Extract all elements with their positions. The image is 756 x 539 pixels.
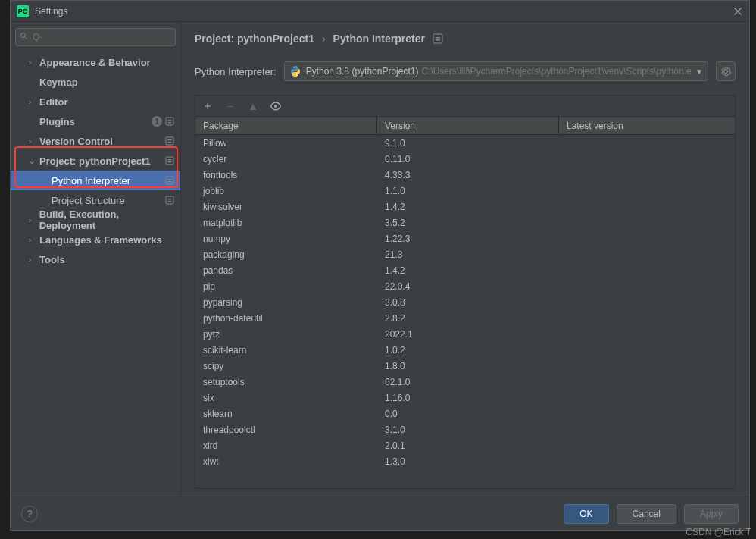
tree-item-project-pythonproject1[interactable]: ⌄Project: pythonProject1 (11, 151, 180, 171)
package-row[interactable]: Pillow9.1.0 (195, 135, 735, 151)
scope-icon (165, 156, 174, 165)
package-latest (559, 358, 735, 374)
package-row[interactable]: pip22.0.4 (195, 278, 735, 294)
tree-item-python-interpreter[interactable]: Python Interpreter (11, 171, 180, 190)
tree-item-plugins[interactable]: Plugins1 (11, 111, 180, 131)
package-version: 1.8.0 (377, 358, 559, 374)
tree-item-editor[interactable]: ›Editor (11, 92, 180, 111)
package-row[interactable]: packaging21.3 (195, 246, 735, 262)
ok-button[interactable]: OK (564, 504, 608, 524)
package-version: 1.1.0 (377, 183, 559, 199)
column-package[interactable]: Package (195, 117, 377, 134)
package-row[interactable]: pandas1.4.2 (195, 262, 735, 278)
tree-item-build-execution-deployment[interactable]: ›Build, Execution, Deployment (11, 210, 180, 230)
package-name: scipy (195, 358, 377, 374)
package-version: 1.4.2 (377, 199, 559, 215)
package-row[interactable]: cycler0.11.0 (195, 151, 735, 167)
add-package-button[interactable]: ＋ (201, 100, 214, 112)
svg-rect-3 (168, 122, 172, 123)
pycharm-app-icon: PC (17, 5, 29, 17)
package-version: 2022.1 (377, 326, 559, 342)
package-row[interactable]: six1.16.0 (195, 390, 735, 406)
titlebar: PC Settings (11, 1, 749, 22)
package-row[interactable]: setuptools62.1.0 (195, 374, 735, 390)
column-latest[interactable]: Latest version (559, 117, 735, 134)
package-latest (559, 183, 735, 199)
package-row[interactable]: matplotlib3.5.2 (195, 215, 735, 230)
apply-button[interactable]: Apply (684, 504, 739, 524)
package-name: threadpoolctl (195, 421, 377, 437)
tree-item-project-structure[interactable]: Project Structure (11, 190, 180, 210)
tree-item-label: Plugins (39, 116, 75, 127)
package-row[interactable]: threadpoolctl3.1.0 (195, 421, 735, 437)
package-name: pyparsing (195, 294, 377, 310)
tree-item-label: Tools (39, 254, 65, 265)
package-row[interactable]: xlrd2.0.1 (195, 437, 735, 453)
tree-item-keymap[interactable]: Keymap (11, 72, 180, 92)
interpreter-name: Python 3.8 (pythonProject1) (306, 66, 419, 77)
svg-rect-10 (166, 177, 173, 184)
svg-rect-16 (433, 34, 442, 43)
settings-tree: ›Appearance & BehaviorKeymap›EditorPlugi… (11, 51, 180, 497)
package-row[interactable]: pyparsing3.0.8 (195, 294, 735, 310)
package-version: 2.8.2 (377, 310, 559, 326)
package-name: scikit-learn (195, 342, 377, 358)
package-version: 1.0.2 (377, 342, 559, 358)
interpreter-settings-button[interactable] (716, 61, 736, 81)
svg-rect-13 (166, 196, 173, 204)
tree-item-languages-frameworks[interactable]: ›Languages & Frameworks (11, 230, 180, 249)
package-latest (559, 294, 735, 310)
remove-package-button[interactable]: − (224, 100, 236, 112)
chevron-right-icon: › (29, 137, 36, 146)
close-icon[interactable] (733, 6, 743, 17)
package-latest (559, 437, 735, 453)
upgrade-package-button[interactable]: ▲ (247, 100, 259, 112)
packages-header: Package Version Latest version (195, 117, 735, 135)
package-row[interactable]: joblib1.1.0 (195, 183, 735, 199)
tree-item-version-control[interactable]: ›Version Control (11, 131, 180, 151)
tree-item-label: Keymap (39, 77, 78, 88)
package-version: 4.33.3 (377, 167, 559, 183)
package-latest (559, 326, 735, 342)
update-badge: 1 (152, 116, 162, 127)
package-version: 62.1.0 (377, 374, 559, 390)
package-row[interactable]: python-dateutil2.8.2 (195, 310, 735, 326)
package-row[interactable]: xlwt1.3.0 (195, 453, 735, 469)
chevron-right-icon: › (29, 255, 36, 264)
show-early-releases-button[interactable] (270, 100, 282, 112)
package-version: 3.5.2 (377, 215, 559, 230)
dialog-footer: ? OK Cancel Apply (11, 497, 749, 530)
svg-rect-11 (168, 179, 172, 180)
package-row[interactable]: sklearn0.0 (195, 406, 735, 421)
chevron-right-icon: › (29, 216, 36, 224)
package-latest (559, 167, 735, 183)
package-latest (559, 421, 735, 437)
package-row[interactable]: scikit-learn1.0.2 (195, 342, 735, 358)
package-name: matplotlib (195, 215, 377, 230)
package-version: 0.11.0 (377, 151, 559, 167)
package-row[interactable]: kiwisolver1.4.2 (195, 199, 735, 215)
help-button[interactable]: ? (21, 506, 38, 522)
tree-item-label: Build, Execution, Deployment (39, 208, 174, 231)
tree-item-tools[interactable]: ›Tools (11, 249, 180, 269)
watermark: CSDN @Erick T (686, 527, 751, 537)
package-name: joblib (195, 183, 377, 199)
search-input[interactable] (15, 28, 176, 46)
svg-rect-8 (168, 159, 172, 160)
tree-item-appearance-behavior[interactable]: ›Appearance & Behavior (11, 52, 180, 72)
package-latest (559, 406, 735, 421)
package-version: 0.0 (377, 406, 559, 421)
packages-list[interactable]: Pillow9.1.0cycler0.11.0fonttools4.33.3jo… (195, 135, 735, 488)
interpreter-dropdown[interactable]: Python 3.8 (pythonProject1) C:\Users\lll… (284, 61, 708, 81)
svg-point-19 (293, 67, 294, 67)
package-row[interactable]: numpy1.22.3 (195, 230, 735, 246)
breadcrumb: Project: pythonProject1 › Python Interpr… (195, 33, 736, 45)
cancel-button[interactable]: Cancel (617, 504, 676, 524)
tree-item-label: Project Structure (52, 195, 125, 206)
package-row[interactable]: pytz2022.1 (195, 326, 735, 342)
package-row[interactable]: scipy1.8.0 (195, 358, 735, 374)
package-name: numpy (195, 230, 377, 246)
package-row[interactable]: fonttools4.33.3 (195, 167, 735, 183)
column-version[interactable]: Version (377, 117, 559, 134)
interpreter-path: C:\Users\llll\PycharmProjects\pythonProj… (421, 66, 691, 77)
